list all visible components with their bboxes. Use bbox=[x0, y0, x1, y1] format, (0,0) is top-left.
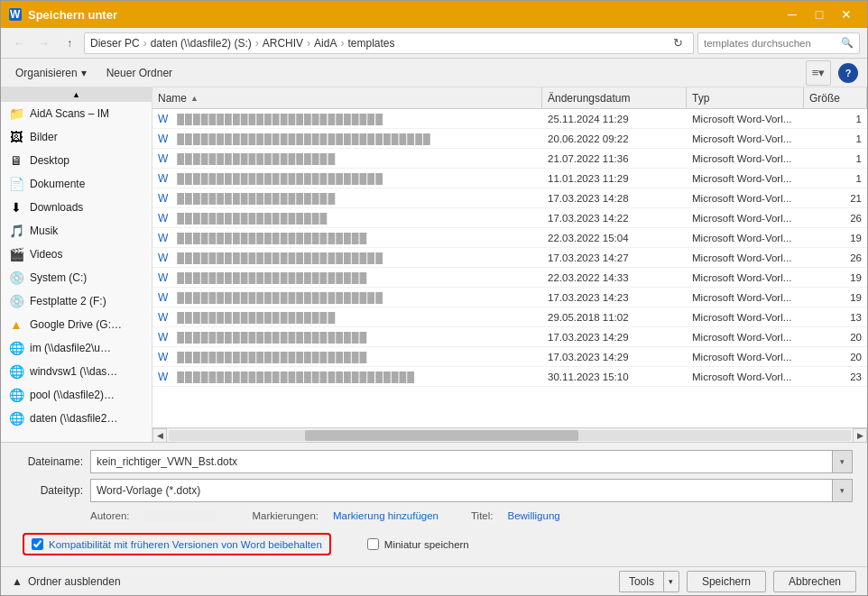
filetype-row: Dateityp: ▾ bbox=[15, 479, 853, 502]
file-type-cell: Microsoft Word-Vorl... bbox=[687, 153, 804, 164]
table-row[interactable]: W ████████████████████████ 22.03.2022 14… bbox=[152, 268, 867, 288]
table-row[interactable]: W ████████████████████ 17.03.2023 14:28 … bbox=[152, 188, 867, 208]
search-input[interactable] bbox=[704, 38, 841, 49]
tools-dropdown-arrow[interactable]: ▾ bbox=[663, 571, 679, 592]
filename-dropdown-arrow[interactable]: ▾ bbox=[832, 451, 852, 472]
file-type-cell: Microsoft Word-Vorl... bbox=[687, 252, 804, 263]
sidebar-item-im[interactable]: 🌐 im (\\dasfile2\u… bbox=[1, 336, 152, 360]
sidebar-item-downloads[interactable]: ⬇ Downloads bbox=[1, 196, 152, 219]
column-header-name[interactable]: Name ▲ bbox=[152, 87, 542, 108]
filetype-input[interactable] bbox=[91, 484, 832, 497]
new-folder-button[interactable]: Neuer Ordner bbox=[99, 64, 180, 82]
table-row[interactable]: W ██████████████████████████████ 30.11.2… bbox=[152, 367, 867, 387]
table-row[interactable]: W ████████████████████ 21.07.2022 11:36 … bbox=[152, 149, 867, 169]
table-row[interactable]: W ████████████████████████████████ 20.06… bbox=[152, 129, 867, 149]
address-bar[interactable]: Dieser PC › daten (\\dasfile2) (S:) › AR… bbox=[84, 32, 694, 54]
sidebar-item-aida-scans[interactable]: 📁 AidA Scans – IM bbox=[1, 102, 152, 125]
file-size-cell: 19 bbox=[804, 272, 867, 283]
tags-label: Markierungen: bbox=[252, 510, 319, 521]
compatibility-checkbox[interactable] bbox=[32, 538, 43, 550]
file-date-cell: 17.03.2023 14:27 bbox=[542, 252, 687, 263]
minimize-button[interactable]: ─ bbox=[779, 1, 806, 28]
file-type-cell: Microsoft Word-Vorl... bbox=[687, 133, 804, 144]
checkboxes-row: Kompatibilität mit früheren Versionen vo… bbox=[23, 529, 853, 559]
file-date-cell: 20.06.2022 09:22 bbox=[542, 133, 687, 144]
network-windvsw1-icon: 🌐 bbox=[8, 363, 24, 380]
forward-button[interactable]: → bbox=[33, 32, 55, 54]
cancel-button[interactable]: Abbrechen bbox=[773, 571, 856, 592]
sidebar-scroll-up[interactable]: ▲ bbox=[1, 87, 152, 102]
sidebar-item-label: windvsw1 (\\das… bbox=[30, 365, 117, 378]
table-row[interactable]: W ████████████████████████ 17.03.2023 14… bbox=[152, 327, 867, 347]
compatibility-label: Kompatibilität mit früheren Versionen vo… bbox=[49, 539, 322, 550]
file-size-cell: 1 bbox=[804, 114, 867, 124]
thumbnail-checkbox[interactable] bbox=[367, 538, 379, 550]
title-bar: W Speichern unter ─ □ ✕ bbox=[1, 1, 867, 28]
file-type-cell: Microsoft Word-Vorl... bbox=[687, 312, 804, 323]
sidebar-item-dokumente[interactable]: 📄 Dokumente bbox=[1, 172, 152, 196]
file-size-cell: 13 bbox=[804, 312, 867, 323]
table-row[interactable]: W ██████████████████████████ 25.11.2024 … bbox=[152, 109, 867, 129]
file-size-cell: 19 bbox=[804, 292, 867, 303]
sidebar-item-windvsw1[interactable]: 🌐 windvsw1 (\\das… bbox=[1, 360, 152, 383]
breadcrumb-pc[interactable]: Dieser PC bbox=[90, 37, 140, 50]
scroll-track[interactable] bbox=[169, 430, 851, 441]
scroll-right-arrow[interactable]: ▶ bbox=[853, 428, 867, 443]
breadcrumb-daten[interactable]: daten (\\dasfile2) (S:) bbox=[151, 37, 252, 50]
file-size-cell: 1 bbox=[804, 173, 867, 184]
sidebar-item-system-c[interactable]: 💿 System (C:) bbox=[1, 266, 152, 289]
pictures-icon: 🖼 bbox=[8, 129, 24, 145]
up-button[interactable]: ↑ bbox=[59, 32, 80, 54]
sidebar-item-label: System (C:) bbox=[30, 271, 87, 284]
sidebar-item-pool[interactable]: 🌐 pool (\\dasfile2)… bbox=[1, 383, 152, 407]
filename-input[interactable] bbox=[91, 455, 832, 468]
file-name-cell: W ██████████████████████████ bbox=[152, 113, 542, 125]
sidebar-item-daten[interactable]: 🌐 daten (\\dasfile2… bbox=[1, 407, 152, 430]
breadcrumb-aida[interactable]: AidA bbox=[314, 37, 337, 50]
table-row[interactable]: W ██████████████████████████ 17.03.2023 … bbox=[152, 248, 867, 268]
title-link[interactable]: Bewilligung bbox=[508, 510, 560, 521]
table-row[interactable]: W ██████████████████████████ 11.01.2023 … bbox=[152, 169, 867, 188]
table-row[interactable]: W ███████████████████ 17.03.2023 14:22 M… bbox=[152, 208, 867, 228]
help-button[interactable]: ? bbox=[838, 63, 858, 83]
file-size-cell: 21 bbox=[804, 193, 867, 204]
sidebar-item-desktop[interactable]: 🖥 Desktop bbox=[1, 149, 152, 172]
sidebar-item-festplatte-f[interactable]: 💿 Festplatte 2 (F:) bbox=[1, 289, 152, 313]
file-name-cell: W ███████████████████ bbox=[152, 212, 542, 225]
filename-input-wrapper[interactable]: ▾ bbox=[90, 450, 853, 473]
column-header-size[interactable]: Größe bbox=[804, 87, 867, 108]
main-content: ▲ 📁 AidA Scans – IM 🖼 Bilder 🖥 Desktop 📄… bbox=[1, 87, 867, 442]
scroll-left-arrow[interactable]: ◀ bbox=[152, 428, 167, 443]
column-header-type[interactable]: Typ bbox=[687, 87, 804, 108]
filetype-dropdown-arrow[interactable]: ▾ bbox=[832, 480, 852, 501]
maximize-button[interactable]: □ bbox=[806, 1, 833, 28]
search-box[interactable]: 🔍 bbox=[697, 32, 860, 54]
organize-button[interactable]: Organisieren ▾ bbox=[10, 64, 92, 82]
sidebar-item-google-drive[interactable]: ▲ Google Drive (G:… bbox=[1, 313, 152, 336]
videos-icon: 🎬 bbox=[8, 246, 24, 262]
table-row[interactable]: W ██████████████████████████ 17.03.2023 … bbox=[152, 288, 867, 307]
add-tag-link[interactable]: Markierung hinzufügen bbox=[333, 510, 439, 521]
file-date-cell: 29.05.2018 11:02 bbox=[542, 312, 687, 323]
column-header-date[interactable]: Änderungsdatum bbox=[542, 87, 687, 108]
breadcrumb-templates[interactable]: templates bbox=[347, 37, 394, 50]
sidebar-item-musik[interactable]: 🎵 Musik bbox=[1, 219, 152, 243]
save-button[interactable]: Speichern bbox=[687, 571, 766, 592]
breadcrumb-archiv[interactable]: ARCHIV bbox=[263, 37, 303, 50]
back-button[interactable]: ← bbox=[8, 32, 30, 54]
sidebar-item-videos[interactable]: 🎬 Videos bbox=[1, 243, 152, 266]
table-row[interactable]: W ████████████████████████ 22.03.2022 15… bbox=[152, 228, 867, 248]
table-row[interactable]: W ████████████████████████ 17.03.2023 14… bbox=[152, 347, 867, 367]
refresh-button[interactable]: ↻ bbox=[668, 33, 688, 53]
tools-button[interactable]: Tools bbox=[619, 571, 663, 592]
view-button[interactable]: ≡▾ bbox=[806, 60, 831, 86]
filetype-input-wrapper[interactable]: ▾ bbox=[90, 479, 853, 502]
navigation-toolbar: ← → ↑ Dieser PC › daten (\\dasfile2) (S:… bbox=[1, 28, 867, 59]
word-icon: W bbox=[8, 7, 23, 22]
scroll-thumb[interactable] bbox=[305, 430, 577, 441]
sidebar-item-bilder[interactable]: 🖼 Bilder bbox=[1, 125, 152, 149]
hide-folders-button[interactable]: ▲ Ordner ausblenden bbox=[12, 575, 121, 588]
close-button[interactable]: ✕ bbox=[833, 1, 860, 28]
table-row[interactable]: W ████████████████████ 29.05.2018 11:02 … bbox=[152, 307, 867, 327]
file-name-cell: W ████████████████████ bbox=[152, 311, 542, 324]
